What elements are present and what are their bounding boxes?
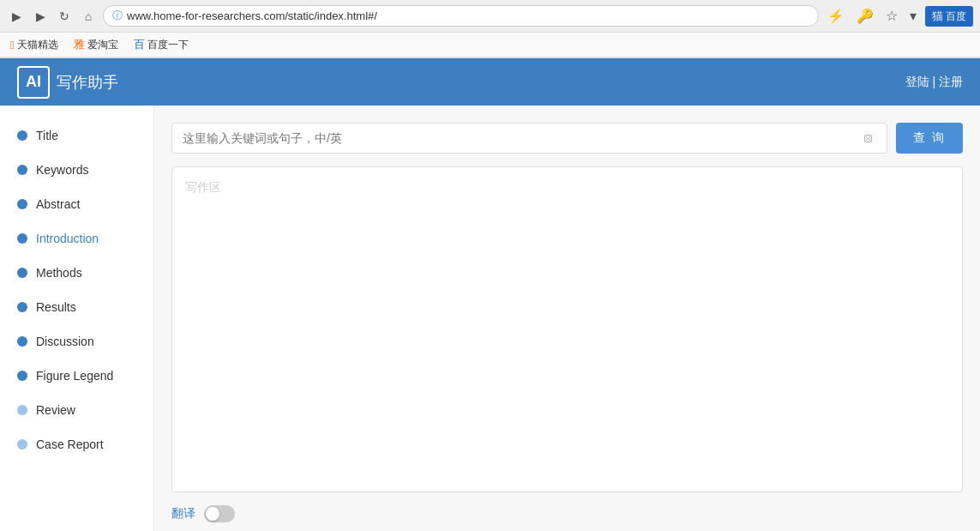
search-input[interactable] [183,131,854,145]
sidebar-label-case-report: Case Report [36,437,104,451]
sidebar-label-keywords: Keywords [36,163,88,177]
sidebar-item-introduction[interactable]: Introduction [0,221,153,256]
app-container: AI 写作助手 登陆 | 注册 Title Keywords Abstract [0,58,980,531]
writing-area[interactable]: 写作区 [171,166,963,492]
baidu-label: 百度 [946,10,966,22]
sidebar-item-discussion[interactable]: Discussion [0,324,153,359]
sidebar-label-discussion: Discussion [36,335,94,348]
baidu-button[interactable]: 猫 百度 [925,6,973,27]
auth-separator: | [932,75,939,88]
sidebar-dot-keywords [17,165,27,175]
browser-chrome: ▶ ▶ ↻ ⌂ ⓘ www.home-for-researchers.com/s… [0,0,980,58]
lightning-icon[interactable]: ⚡ [824,6,848,26]
sidebar-label-results: Results [36,300,76,314]
sidebar-item-methods[interactable]: Methods [0,256,153,290]
sidebar-label-introduction: Introduction [36,232,99,245]
sidebar-item-keywords[interactable]: Keywords [0,153,153,187]
logo-ai-badge: AI [17,66,50,99]
sidebar-dot-review [17,405,27,415]
toggle-knob [206,507,219,521]
search-submit-label: 查 询 [913,130,946,144]
app-header: AI 写作助手 登陆 | 注册 [0,58,980,106]
address-text: www.home-for-researchers.com/static/inde… [127,9,809,22]
sidebar-dot-methods [17,268,27,278]
nav-home-button[interactable]: ⌂ [79,7,98,26]
sidebar-label-title: Title [36,129,58,142]
search-clear-button[interactable]: ⦻ [861,130,876,146]
sidebar-label-methods: Methods [36,266,82,280]
search-bar: ⦻ 查 询 [171,123,963,154]
search-submit-button[interactable]: 查 询 [896,123,963,154]
baidu-icon: 猫 [932,9,943,22]
sidebar-item-review[interactable]: Review [0,393,153,427]
key-icon[interactable]: 🔑 [853,6,877,26]
register-link[interactable]: 注册 [939,75,963,88]
taobao-icon: 雅 [74,37,85,52]
app-name: 写作助手 [57,72,118,93]
sidebar-item-figure-legend[interactable]: Figure Legend [0,359,153,393]
sidebar-item-results[interactable]: Results [0,290,153,324]
search-input-wrapper: ⦻ [171,123,887,154]
sidebar-item-abstract[interactable]: Abstract [0,187,153,221]
content-area: ⦻ 查 询 写作区 翻译 [154,106,980,531]
bookmark-tianmao[interactable]:  天猫精选 [7,37,62,53]
sidebar-dot-figure-legend [17,371,27,381]
sidebar-dot-results [17,302,27,312]
dropdown-icon[interactable]: ▾ [906,6,920,26]
nav-refresh-button[interactable]: ↻ [55,7,74,26]
sidebar-dot-case-report [17,439,27,450]
tianmao-label: 天猫精选 [17,38,58,52]
address-bar[interactable]: ⓘ www.home-for-researchers.com/static/in… [103,5,819,27]
sidebar-label-review: Review [36,403,75,417]
nav-back-button[interactable]: ▶ [7,7,26,26]
app-logo: AI 写作助手 [17,66,118,99]
sidebar-dot-introduction [17,233,27,244]
star-icon[interactable]: ☆ [882,6,901,26]
bookmark-baidu[interactable]: 百 百度一下 [130,36,192,53]
sidebar-label-figure-legend: Figure Legend [36,369,113,383]
sidebar-dot-abstract [17,199,27,209]
address-info-icon: ⓘ [112,9,123,23]
sidebar-dot-discussion [17,336,27,347]
sidebar: Title Keywords Abstract Introduction Met… [0,106,154,531]
tianmao-icon:  [10,39,15,51]
bookmark-taobao[interactable]: 雅 爱淘宝 [70,36,122,53]
browser-actions: ⚡ 🔑 ☆ ▾ 猫 百度 [824,6,973,27]
baidu-bookmark-label: 百度一下 [147,38,189,52]
bookmarks-bar:  天猫精选 雅 爱淘宝 百 百度一下 [0,33,980,57]
translation-row: 翻译 [171,505,963,522]
sidebar-label-abstract: Abstract [36,197,80,211]
sidebar-item-title[interactable]: Title [0,118,153,153]
writing-placeholder: 写作区 [185,180,221,196]
translation-label: 翻译 [171,506,195,522]
translation-toggle[interactable] [204,505,235,522]
sidebar-dot-title [17,130,27,141]
sidebar-item-case-report[interactable]: Case Report [0,427,153,462]
browser-toolbar: ▶ ▶ ↻ ⌂ ⓘ www.home-for-researchers.com/s… [0,0,980,33]
baidu-bookmark-icon: 百 [134,37,145,52]
header-auth: 登陆 | 注册 [905,75,963,90]
login-link[interactable]: 登陆 [905,75,929,88]
app-body: Title Keywords Abstract Introduction Met… [0,106,980,531]
nav-forward-button[interactable]: ▶ [31,7,50,26]
logo-ai-text: AI [26,73,41,91]
taobao-label: 爱淘宝 [87,38,118,52]
